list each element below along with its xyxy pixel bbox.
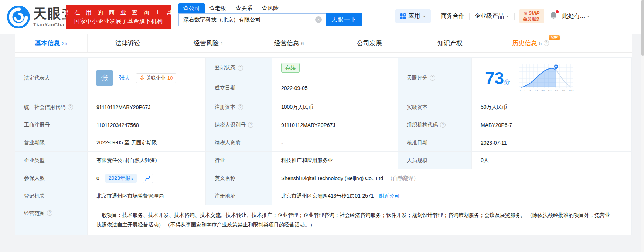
value-text: 2022-09-05 [281,85,308,91]
value-staff-size: 0人 [472,152,632,169]
score-unit: 分 [504,79,510,85]
label-text: 成立日期 [215,85,235,91]
label-text: 纳税人资质 [215,140,241,146]
company-detail-card: 基本信息 25 法律诉讼 经营风险 1 经营信息 6 公司发展 知识产权 VIP [15,34,632,235]
help-icon[interactable] [440,122,446,128]
enterprise-label: 企业级产品 [474,12,504,20]
nearby-companies-link[interactable]: 附近公司 [379,193,400,199]
label-text: 实缴资本 [407,104,427,111]
label-registered-capital: 注册资本 [206,98,272,116]
chevron-down-icon [422,14,426,18]
label-approval-date: 核准日期 [398,134,472,152]
tianyancha-logo-icon[interactable] [7,5,30,29]
tab-company-development[interactable]: 公司发展 [329,34,410,52]
caret-right-icon [132,175,134,181]
basic-info-table: 法定代表人 张 张天 关联企业 10 [15,57,632,235]
label-text: 天眼评分 [407,75,427,81]
score-number: 73 [485,68,504,88]
value-legal-representative: 张 张天 关联企业 10 [88,58,206,98]
tab-legal-litigation[interactable]: 法律诉讼 [88,34,168,52]
legal-rep-name-link[interactable]: 张天 [119,74,130,81]
nav-enterprise-products[interactable]: 企业级产品 [474,12,510,20]
label-legal-representative: 法定代表人 [15,58,88,98]
help-icon[interactable] [47,210,52,216]
value-business-scope: 一般项目：技术服务、技术开发、技术咨询、技术交流、技术转让、技术推广；企业管理；… [88,205,632,235]
username-label: 此处有... [562,12,585,20]
value-text: 一般项目：技术服务、技术开发、技术咨询、技术交流、技术转让、技术推广；企业管理；… [96,210,627,229]
related-companies-badge[interactable]: 关联企业 10 [136,73,176,83]
apps-menu-button[interactable]: 应用 [395,9,431,23]
clear-icon[interactable] [315,16,322,23]
label-paid-capital: 实缴资本 [398,98,472,116]
label-text: 人员规模 [407,157,427,164]
value-text: 2023-07-11 [481,140,507,146]
value-taxpayer-quality: - [272,134,398,152]
search-tabs: 查公司 查老板 查关系 查风险 [178,3,362,13]
annual-report-badge[interactable]: 2023年报 [105,174,137,183]
tab-operation-risk[interactable]: 经营风险 1 [168,34,249,52]
value-establish-date: 2022-09-05 [272,78,398,98]
value-text: Shenshi Digital Technology (Beijing) Co.… [281,175,383,181]
scrollbar [641,0,644,252]
tab-history-info[interactable]: VIP 历史信息 5 [490,34,571,52]
help-icon[interactable] [238,65,243,71]
value-industry: 科技推广和应用服务业 [272,152,398,169]
value-tianyan-score: 73分 [472,58,632,98]
value-credit-code: 91110112MABY20P67J [88,98,206,116]
search-tab-boss[interactable]: 查老板 [205,3,231,13]
value-text: 91110112MABY20P67J [281,122,335,128]
svip-label: SVIP [523,10,541,16]
tab-intellectual-property[interactable]: 知识产权 [410,34,490,52]
help-icon[interactable] [238,104,243,110]
label-taxpayer-id: 纳税人识别号 [206,116,272,134]
help-icon[interactable] [430,75,435,81]
label-text: 工商注册号 [24,122,50,128]
value-text: 0 [96,175,99,181]
label-text: 组织机构代码 [407,122,438,128]
divider [469,13,470,20]
value-text: 科技推广和应用服务业 [281,157,333,164]
label-text: 登记状态 [215,64,235,71]
page-content: 基本信息 25 法律诉讼 经营风险 1 经营信息 6 公司发展 知识产权 VIP [0,34,644,252]
annual-report-label: 2023年报 [109,175,130,182]
promo-line2: 国家中小企业发展子基金旗下机构 [74,18,163,25]
score-distribution-chart: 0131550859799100 [519,64,573,92]
label-org-code: 组织机构代码 [398,116,472,134]
status-badge: 存续 [281,63,300,73]
value-text: 50万人民币 [481,104,507,111]
nav-cooperation[interactable]: 商务合作 [441,12,464,20]
tab-label: 经营风险 [194,39,219,47]
value-text: 110112034247568 [96,122,139,128]
search-button[interactable]: 天眼一下 [326,13,362,26]
tab-operation-info[interactable]: 经营信息 6 [249,34,329,52]
avatar[interactable]: 张 [96,70,113,86]
value-text: 2022-09-05 至 无固定期限 [96,140,157,146]
search-tab-relation[interactable]: 查关系 [231,3,257,13]
header-nav: 应用 商务合作 企业级产品 SVIP 会员服务 此处有... [395,9,590,23]
promo-line1: 都 在 用 的 商 业 查 询 工 具 [63,9,174,16]
label-credit-code: 统一社会信用代码 [15,98,88,116]
value-text: MABY20P6-7 [481,122,512,128]
help-icon[interactable] [544,40,549,46]
promo-banner: 都 在 用 的 商 业 查 询 工 具 国家中小企业发展子基金旗下机构 [66,5,171,29]
notification-dot [556,10,559,13]
label-text: 经营范围 [24,210,45,217]
search-input[interactable] [178,13,326,26]
search-tab-risk[interactable]: 查风险 [257,3,283,13]
notification-bell-button[interactable] [550,11,557,21]
label-text: 纳税人识别号 [215,122,246,128]
tab-label: 公司发展 [357,39,382,47]
score-axis-labels: 0131550859799100 [519,89,573,92]
line-chart-icon [145,176,151,181]
trend-chart-button[interactable] [143,174,153,183]
value-text: 91110112MABY20P67J [96,104,150,110]
scrollbar-thumb[interactable] [641,0,644,56]
svip-member-button[interactable]: SVIP 会员服务 [519,9,544,23]
search-box: 查公司 查老板 查关系 查风险 天眼一下 [178,3,362,26]
user-menu[interactable]: 此处有... [562,12,590,20]
tab-count: 6 [301,41,304,46]
help-icon[interactable] [68,104,73,110]
help-icon[interactable] [248,122,253,128]
search-tab-company[interactable]: 查公司 [178,3,205,13]
tab-basic-info[interactable]: 基本信息 25 [15,34,88,52]
